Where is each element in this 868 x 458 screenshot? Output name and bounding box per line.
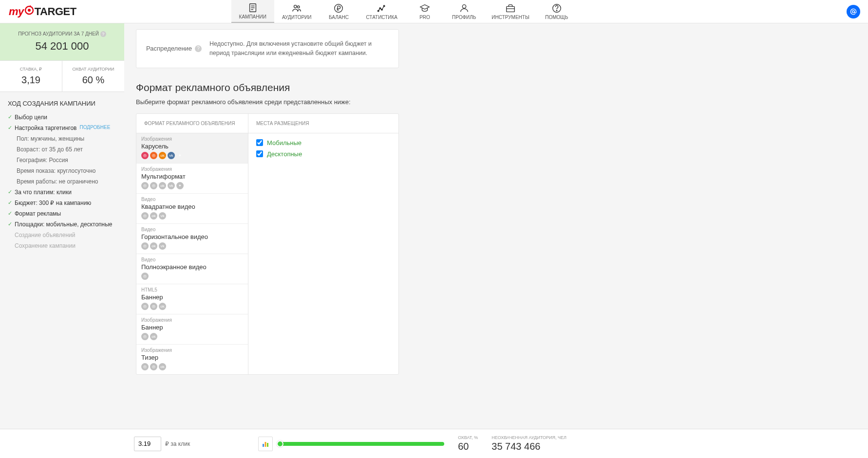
check-icon: ✓ [8, 200, 12, 206]
step-placements[interactable]: ✓Площадки: мобильные, десктопные [0, 219, 124, 230]
mobile-checkbox[interactable] [256, 139, 263, 146]
format-type: Изображения [141, 348, 243, 353]
help-icon[interactable]: ? [100, 31, 106, 37]
vk-icon: vk [168, 152, 175, 159]
step-payment[interactable]: ✓За что платим: клики [0, 187, 124, 198]
format-icons: ◎ ok vk [141, 242, 243, 250]
format-header: ФОРМАТ РЕКЛАМНОГО ОБЪЯВЛЕНИЯ МЕСТА РАЗМЕ… [136, 114, 398, 133]
platform-icon: ◎ [141, 273, 149, 280]
format-square-video[interactable]: Видео Квадратное видео ◎ ok vk [136, 194, 248, 224]
format-type: HTML5 [141, 287, 243, 293]
svg-point-6 [294, 5, 297, 8]
step-budget[interactable]: ✓Бюджет: 300 ₽ на кампанию [0, 198, 124, 208]
format-horizontal-video[interactable]: Видео Горизонтальное видео ◎ ok vk [136, 224, 248, 254]
placement-mobile[interactable]: Мобильные [256, 139, 391, 147]
format-name: Тизер [141, 354, 243, 361]
metric-value: 60 % [65, 74, 121, 86]
placement-desktop[interactable]: Десктопные [256, 150, 391, 158]
format-type: Видео [141, 227, 243, 232]
format-carousel[interactable]: Изображения Карусель ◎ ◎ ok vk ✦ [136, 133, 248, 164]
nav-help[interactable]: ПОМОЩЬ [537, 0, 576, 23]
format-image-banner[interactable]: Изображения Баннер ◎ ok [136, 314, 248, 345]
step-gender: Пол: мужчины, женщины [0, 133, 124, 144]
main-content: Распределение? Недоступно. Для включения… [124, 23, 868, 429]
step-format[interactable]: ✓Формат рекламы [0, 208, 124, 219]
platform-icon: ◎ [141, 182, 149, 189]
nav-tools[interactable]: ИНСТРУМЕНТЫ [484, 0, 537, 23]
col-placement-header: МЕСТА РАЗМЕЩЕНИЯ [248, 114, 317, 133]
nav-label: ПРОФИЛЬ [452, 15, 476, 20]
person-icon [459, 3, 470, 14]
platform-icon: ok [150, 212, 157, 220]
nav-label: АУДИТОРИИ [282, 15, 312, 20]
platform-icon: ok [159, 182, 166, 189]
more-link[interactable]: ПОДРОБНЕЕ [80, 125, 111, 130]
platform-icon: ok [159, 363, 166, 370]
metric-bid: СТАВКА, ₽ 3,19 [0, 61, 62, 92]
step-duration: Время работы: не ограничено [0, 176, 124, 187]
format-multiformat[interactable]: Изображения Мультиформат ◎ ◎ ok vk ✦ [136, 164, 248, 194]
document-icon [247, 2, 258, 13]
step-create-ads[interactable]: Создание объявлений [0, 230, 124, 240]
avatar[interactable] [847, 5, 860, 18]
top-navigation: myTARGET КАМПАНИИ АУДИТОРИИ БАЛАНС СТАТИ… [0, 0, 868, 23]
format-icons: ◎ [141, 273, 243, 280]
section-title: Формат рекламного объявления [136, 82, 856, 93]
svg-point-10 [379, 8, 381, 9]
platform-icon: ◎ [141, 303, 149, 310]
format-icons: ◎ ◎ ok [141, 363, 243, 370]
svg-rect-14 [507, 6, 515, 12]
format-name: Карусель [141, 143, 243, 150]
format-name: Квадратное видео [141, 203, 243, 210]
question-icon [551, 3, 562, 14]
metric-label: ОХВАТ АУДИТОРИИ [65, 67, 121, 72]
placement-label[interactable]: Десктопные [267, 150, 302, 158]
nav-pro[interactable]: PRO [405, 0, 444, 23]
forecast-box: ПРОГНОЗ АУДИТОРИИ ЗА 7 ДНЕЙ? 54 201 000 [0, 23, 124, 61]
metrics-row: СТАВКА, ₽ 3,19 ОХВАТ АУДИТОРИИ 60 % [0, 61, 124, 92]
svg-point-11 [381, 9, 382, 10]
step-targeting[interactable]: ✓Настройка таргетинговПОДРОБНЕЕ [0, 123, 124, 133]
step-goal[interactable]: ✓Выбор цели [0, 112, 124, 123]
format-type: Изображения [141, 317, 243, 323]
format-fullscreen-video[interactable]: Видео Полноэкранное видео ◎ [136, 254, 248, 284]
nav-label: ПОМОЩЬ [545, 15, 568, 20]
platform-icon: ◎ [150, 182, 157, 189]
format-html5-banner[interactable]: HTML5 Баннер ◎ ◎ ok [136, 284, 248, 314]
step-geo: География: Россия [0, 155, 124, 165]
metric-label: СТАВКА, ₽ [3, 67, 59, 72]
svg-point-8 [335, 4, 343, 13]
svg-point-13 [462, 5, 466, 8]
nav-audiences[interactable]: АУДИТОРИИ [274, 0, 320, 23]
placement-label[interactable]: Мобильные [267, 139, 302, 147]
help-icon[interactable]: ? [195, 45, 202, 52]
svg-point-1 [28, 9, 31, 12]
step-save[interactable]: Сохранение кампании [0, 240, 124, 251]
format-list: Изображения Карусель ◎ ◎ ok vk ✦ Изображ… [136, 133, 248, 374]
format-teaser[interactable]: Изображения Тизер ◎ ◎ ok [136, 345, 248, 374]
ok-icon: ok [159, 152, 166, 159]
svg-point-7 [298, 6, 300, 8]
distribution-label: Распределение? [146, 39, 209, 58]
platform-icon: ✦ [176, 182, 184, 189]
forecast-value: 54 201 000 [5, 40, 119, 53]
graduation-icon [419, 3, 430, 14]
progress-list: ✓Выбор цели ✓Настройка таргетинговПОДРОБ… [0, 112, 124, 251]
nav-statistics[interactable]: СТАТИСТИКА [358, 0, 405, 23]
section-subtitle: Выберите формат рекламного объявления ср… [136, 98, 856, 106]
nav-balance[interactable]: БАЛАНС [319, 0, 358, 23]
platform-icon: ok [150, 242, 157, 250]
check-icon: ✓ [8, 210, 12, 217]
desktop-checkbox[interactable] [256, 150, 263, 157]
nav-profile[interactable]: ПРОФИЛЬ [444, 0, 484, 23]
svg-point-9 [377, 10, 379, 12]
nav-label: КАМПАНИИ [239, 14, 266, 19]
format-icons: ◎ ◎ ok [141, 303, 243, 310]
svg-point-17 [852, 10, 855, 13]
nav-campaigns[interactable]: КАМПАНИИ [231, 0, 274, 23]
platform-icon: ◎ [150, 303, 157, 310]
logo[interactable]: myTARGET [0, 0, 85, 23]
format-box: ФОРМАТ РЕКЛАМНОГО ОБЪЯВЛЕНИЯ МЕСТА РАЗМЕ… [136, 113, 399, 375]
logo-my-text: my [9, 5, 24, 18]
at-icon [849, 8, 857, 16]
